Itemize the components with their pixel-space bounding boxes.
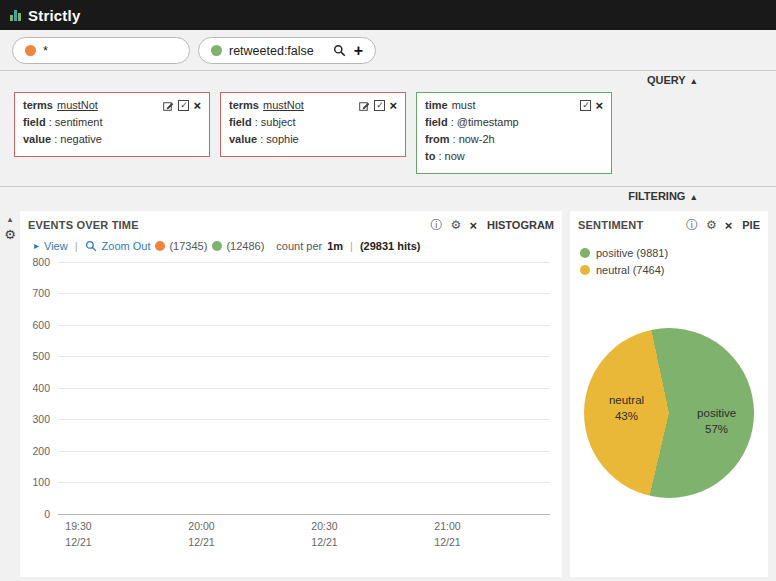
events-over-time-panel: EVENTS OVER TIME ⓘ ⚙ × HISTOGRAM ▸ View … [20,211,562,577]
query-color-dot [211,45,222,56]
info-icon[interactable]: ⓘ [431,217,443,234]
remove-filter-icon[interactable]: × [193,99,201,112]
query-actions: + [333,43,363,59]
x-tick-label: 20:3012/21 [311,518,337,551]
toggle-filter-icon[interactable]: ✓ [178,100,189,111]
separator: | [75,240,78,252]
interval-link[interactable]: 1m [327,240,343,252]
filter-row: field : sentiment [23,115,201,131]
sentiment-pie[interactable] [584,328,754,498]
series-dot [155,241,165,251]
y-tick-label: 800 [32,256,50,268]
filter-card-subject: terms mustNot ✓ × field : subject value … [220,92,406,157]
filter-card-header: terms mustNot ✓ × [229,98,397,114]
series-count: (12486) [226,240,264,252]
filter-key: value [23,133,51,145]
filter-row: from : now-2h [425,132,603,148]
histogram-plot[interactable] [58,262,550,514]
histogram-bars [60,262,548,514]
legend-item-neutral[interactable]: neutral (7464) [580,264,758,276]
legend-series-green[interactable]: (12486) [212,240,264,252]
edit-icon[interactable] [163,100,174,111]
legend-series-orange[interactable]: (17345) [155,240,207,252]
filter-clause-link[interactable]: mustNot [263,98,304,114]
search-icon[interactable] [333,44,346,57]
legend-item-positive[interactable]: positive (9881) [580,247,758,259]
x-tick-label: 20:0012/21 [188,518,214,551]
query-section-label: QUERY [647,74,686,86]
separator: | [350,240,353,252]
remove-filter-icon[interactable]: × [389,99,397,112]
legend-dot [580,248,590,258]
series-count: (17345) [169,240,207,252]
panel-mode-label: HISTOGRAM [487,219,554,231]
filter-row: value : sophie [229,132,397,148]
sentiment-panel-header: SENTIMENT ⓘ ⚙ × PIE [570,211,768,237]
filter-value: negative [60,133,102,145]
query-section-toggle[interactable]: QUERY ▴ [0,70,776,89]
filter-row: field : subject [229,115,397,131]
filter-card-actions: ✓ × [343,99,397,112]
filter-card-header: time must ✓ × [425,98,603,114]
remove-filter-icon[interactable]: × [595,99,603,112]
row-controls: ▴ ⚙ [0,211,20,242]
events-panel-header: EVENTS OVER TIME ⓘ ⚙ × HISTOGRAM [20,211,562,237]
panel-header-icons: ⓘ ⚙ × [686,217,732,234]
filter-card-sentiment: terms mustNot ✓ × field : sentiment valu… [14,92,210,157]
view-link[interactable]: View [44,240,68,252]
filter-value: now-2h [459,133,495,145]
filtering-section-toggle[interactable]: FILTERING ▴ [0,186,776,205]
toggle-filter-icon[interactable]: ✓ [374,100,385,111]
row-collapse-icon[interactable]: ▴ [8,214,13,224]
row-settings-gear-icon[interactable]: ⚙ [4,227,16,242]
gear-icon[interactable]: ⚙ [706,218,717,232]
close-icon[interactable]: × [469,218,477,233]
histogram-x-axis: 19:3012/2120:0012/2120:3012/2121:0012/21 [58,514,550,550]
collapse-up-icon: ▴ [691,192,696,202]
info-icon[interactable]: ⓘ [686,217,698,234]
filter-type: terms [229,98,259,114]
legend-label: positive (9881) [596,247,668,259]
gear-icon[interactable]: ⚙ [451,218,462,232]
panel-title: EVENTS OVER TIME [28,219,431,231]
query-input-1[interactable]: retweeted:false + [198,37,376,64]
series-dot [212,241,222,251]
filter-key: value [229,133,257,145]
y-tick-label: 600 [32,319,50,331]
add-query-button[interactable]: + [354,43,363,59]
filter-key: field [23,116,46,128]
filter-card-time: time must ✓ × field : @timestamp from : … [416,92,612,174]
y-tick-label: 500 [32,350,50,362]
filter-value: sentiment [55,116,103,128]
filter-key: from [425,133,449,145]
filter-card-header: terms mustNot ✓ × [23,98,201,114]
y-tick-label: 400 [32,382,50,394]
toggle-filter-icon[interactable]: ✓ [580,100,591,111]
sentiment-legend: positive (9881) neutral (7464) [570,237,768,276]
app-header: Strictly [0,0,776,30]
query-input-0[interactable]: * [12,37,190,64]
filter-card-actions: ✓ × [564,99,603,112]
zoom-out-icon[interactable] [85,240,97,252]
filter-key: field [425,116,448,128]
app-logo-icon [10,9,21,21]
zoom-out-link[interactable]: Zoom Out [102,240,151,252]
filter-value: @timestamp [457,116,519,128]
panel-mode-label: PIE [742,219,760,231]
filter-type: terms [23,98,53,114]
y-tick-label: 700 [32,287,50,299]
edit-icon[interactable] [359,100,370,111]
filter-key: field [229,116,252,128]
filter-clause-link[interactable]: mustNot [57,98,98,114]
x-tick-label: 21:0012/21 [434,518,460,551]
filter-key: to [425,150,435,162]
query-bar: * retweeted:false + [0,30,776,70]
query-color-dot [25,45,36,56]
histogram-y-axis: 0100200300400500600700800 [22,262,58,514]
sentiment-pie-wrap: neutral 43% positive 57% [584,328,754,498]
close-icon[interactable]: × [725,218,733,233]
dashboard-row: ▴ ⚙ EVENTS OVER TIME ⓘ ⚙ × HISTOGRAM ▸ V… [0,205,776,577]
y-tick-label: 200 [32,445,50,457]
filter-card-actions: ✓ × [147,99,201,112]
filter-value: sophie [266,133,298,145]
